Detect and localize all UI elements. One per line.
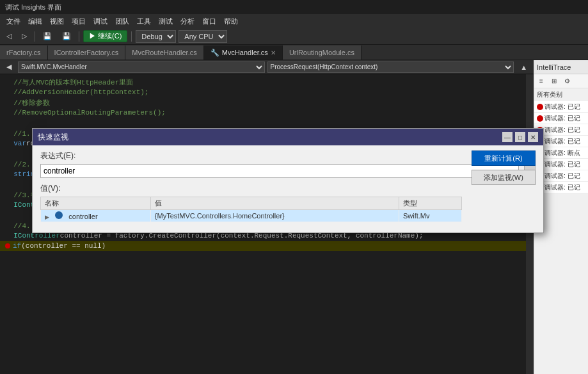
trace-label: 调试器: 已记	[544, 114, 580, 123]
save-button[interactable]: 💾	[39, 30, 56, 43]
tab-mvcroutehandler[interactable]: MvcRouteHandler.cs	[125, 45, 204, 60]
save-all-button[interactable]: 💾	[58, 30, 75, 43]
code-line: //RemoveOptionalRoutingParameters();	[0, 108, 534, 118]
toolbar: ◁ ▷ 💾 💾 ▶ 继续(C) Debug Any CPU	[0, 28, 588, 45]
toolbar-separator-3	[131, 31, 132, 42]
dialog-body: 表达式(E): ▾ 重新计算(R) 添加监视(W) 值(V): 名称 值	[33, 145, 543, 232]
code-line: //移除参数	[0, 97, 534, 108]
code-line: //AddVersionHeader(httpContext);	[0, 87, 534, 97]
trace-label: 调试器: 已记	[544, 183, 580, 192]
menu-bar: 文件 编辑 视图 项目 调试 团队 工具 测试 分析 窗口 帮助	[0, 14, 588, 28]
trace-label: 调试器: 已记	[544, 137, 580, 146]
expression-input[interactable]	[40, 164, 519, 178]
intellitrace-header: IntelliTrace	[534, 60, 588, 74]
tab-rfactory[interactable]: rFactory.cs	[0, 45, 48, 60]
close-icon[interactable]: ✕	[271, 49, 276, 56]
tab-label: IControllerFactory.cs	[54, 49, 119, 56]
tab-label: MvcHandler.cs	[222, 49, 268, 56]
back-button[interactable]: ◁	[3, 30, 15, 43]
menu-view[interactable]: 视图	[46, 15, 68, 28]
dialog-titlebar-buttons: — □ ✕	[502, 132, 538, 142]
menu-analyze[interactable]: 分析	[177, 15, 198, 28]
intellitrace-btn-3[interactable]: ⚙	[561, 76, 573, 87]
cpu-select[interactable]: Any CPU	[179, 30, 227, 43]
trace-label: 调试器: 已记	[544, 102, 580, 111]
close-button[interactable]: ✕	[528, 132, 538, 142]
action-buttons: 重新计算(R) 添加监视(W)	[472, 150, 536, 185]
object-icon	[55, 211, 63, 219]
debug-config-select[interactable]: Debug	[136, 30, 176, 43]
recalculate-button[interactable]: 重新计算(R)	[472, 150, 536, 166]
expand-icon[interactable]: ▶	[45, 214, 49, 220]
trace-item-1: 调试器: 已记	[534, 101, 588, 113]
trace-label: 调试器: 已记	[544, 172, 580, 181]
row-value-cell: {MyTestMVC.Controllers.HomeController}	[150, 210, 399, 222]
code-line	[0, 118, 534, 128]
menu-help[interactable]: 帮助	[220, 15, 242, 28]
col-name: 名称	[41, 197, 151, 210]
maximize-button[interactable]: □	[515, 132, 525, 142]
tab-icontrollerfactory[interactable]: IControllerFactory.cs	[48, 45, 126, 60]
tab-mvchandler[interactable]: 🔧 MvcHandler.cs ✕	[204, 45, 283, 60]
dialog-title: 快速监视	[38, 132, 68, 143]
row-name: controller	[68, 213, 97, 220]
intellitrace-title: IntelliTrace	[537, 63, 571, 71]
dialog-titlebar: 快速监视 — □ ✕	[33, 129, 543, 145]
namespace-dropdown[interactable]: Swift.MVC.MvcHandler	[18, 61, 265, 73]
col-type: 类型	[399, 197, 461, 210]
table-row[interactable]: ▶ controller {MyTestMVC.Controllers.Home…	[41, 210, 462, 222]
trace-label: 调试器: 已记	[544, 126, 580, 134]
scroll-up-button[interactable]: ▲	[516, 61, 531, 74]
method-dropdown[interactable]: ProcessRequest(HttpContext context)	[267, 61, 514, 73]
tab-label: MvcRouteHandler.cs	[132, 49, 197, 56]
tab-label: rFactory.cs	[6, 49, 41, 56]
tab-label: UrlRoutingModule.cs	[289, 49, 354, 56]
menu-window[interactable]: 窗口	[198, 15, 220, 28]
toolbar-separator-2	[79, 31, 79, 42]
menu-project[interactable]: 项目	[68, 15, 90, 28]
intellitrace-toolbar: ≡ ⊞ ⚙	[534, 74, 588, 88]
trace-dot	[537, 115, 543, 122]
expression-label: 表达式(E):	[40, 150, 536, 161]
location-bar: ◀ Swift.MVC.MvcHandler ProcessRequest(Ht…	[0, 60, 534, 74]
category-label: 所有类别	[534, 88, 588, 101]
intellitrace-btn-1[interactable]: ≡	[536, 76, 547, 87]
menu-team[interactable]: 团队	[111, 15, 133, 28]
trace-label: 调试器: 已记	[544, 160, 580, 169]
expression-row: ▾	[40, 164, 536, 178]
title-text: 调试 Insights 界面	[5, 3, 61, 12]
col-value: 值	[150, 197, 399, 210]
scroll-left-button[interactable]: ◀	[3, 61, 15, 74]
row-type-cell: Swift.Mv	[399, 210, 461, 222]
trace-item-2: 调试器: 已记	[534, 113, 588, 124]
watch-table: 名称 值 类型 ▶ controller	[40, 197, 462, 222]
intellitrace-btn-2[interactable]: ⊞	[548, 76, 560, 87]
trace-label: 调试器: 断点	[544, 149, 580, 158]
breakpoint-dot	[5, 243, 10, 248]
menu-debug[interactable]: 调试	[90, 15, 111, 28]
row-name-cell: ▶ controller	[41, 210, 151, 222]
forward-button[interactable]: ▷	[18, 30, 31, 43]
quick-watch-dialog[interactable]: 快速监视 — □ ✕ 表达式(E): ▾ 重新计算(R) 添加监视(W) 值(V…	[32, 128, 544, 233]
code-line-breakpoint: if (controller == null)	[0, 241, 534, 251]
table-wrapper: 名称 值 类型 ▶ controller	[40, 197, 462, 222]
add-watch-button[interactable]: 添加监视(W)	[472, 170, 536, 185]
trace-dot	[537, 104, 543, 110]
title-bar: 调试 Insights 界面	[0, 0, 588, 14]
code-line: //与人MVC的版本到HttpHeader里面	[0, 77, 534, 87]
toolbar-separator-1	[35, 31, 35, 42]
tabs-row: rFactory.cs IControllerFactory.cs MvcRou…	[0, 45, 588, 60]
tab-urlroutingmodule[interactable]: UrlRoutingModule.cs	[283, 45, 362, 60]
menu-file[interactable]: 文件	[3, 15, 24, 28]
menu-test[interactable]: 测试	[155, 15, 177, 28]
value-label: 值(V):	[40, 183, 536, 194]
tab-icon: 🔧	[211, 49, 219, 57]
continue-button[interactable]: ▶ 继续(C)	[83, 30, 127, 42]
menu-tools[interactable]: 工具	[133, 15, 155, 28]
menu-edit[interactable]: 编辑	[24, 15, 46, 28]
minimize-button[interactable]: —	[502, 132, 513, 142]
